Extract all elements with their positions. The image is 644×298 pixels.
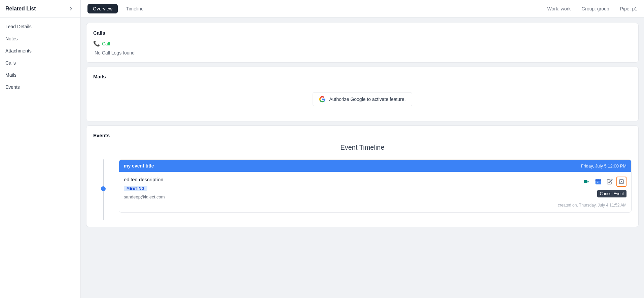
topbar-tabs: Overview Timeline bbox=[87, 4, 149, 13]
calls-section-title: Calls bbox=[93, 30, 632, 36]
sidebar-item-events[interactable]: Events bbox=[0, 81, 80, 93]
events-section: Events Event Timeline my event title Fri… bbox=[86, 125, 639, 227]
event-created-date: created on, Thursday, July 4 11:52 AM bbox=[124, 203, 627, 208]
edit-event-icon[interactable] bbox=[605, 177, 614, 186]
sidebar-item-lead-details[interactable]: Lead Details bbox=[0, 21, 80, 33]
meta-work: Work: work bbox=[547, 6, 571, 11]
call-action-button[interactable]: 📞 Call bbox=[93, 40, 632, 47]
cancel-event-wrapper: Cancel Event bbox=[616, 177, 627, 187]
google-calendar-icon[interactable]: 31 bbox=[594, 177, 603, 186]
google-icon bbox=[319, 96, 326, 103]
phone-icon: 📞 bbox=[93, 40, 100, 47]
svg-rect-1 bbox=[596, 179, 601, 181]
mails-section-title: Mails bbox=[93, 74, 632, 79]
authorize-google-label: Authorize Google to activate feature. bbox=[329, 97, 405, 102]
content-area: Calls 📞 Call No Call Logs found Mails Au… bbox=[81, 17, 644, 298]
sidebar-toggle-button[interactable] bbox=[67, 5, 75, 13]
svg-text:31: 31 bbox=[597, 181, 600, 184]
event-email: sandeep@iqlect.com bbox=[124, 194, 627, 199]
cancel-event-button[interactable] bbox=[616, 177, 627, 187]
meta-group: Group: group bbox=[581, 6, 609, 11]
sidebar-item-mails[interactable]: Mails bbox=[0, 69, 80, 81]
main-content: Overview Timeline Work: work Group: grou… bbox=[81, 0, 644, 298]
no-call-logs-text: No Call Logs found bbox=[93, 50, 632, 55]
event-title: my event title bbox=[124, 163, 154, 169]
sidebar-header: Related List bbox=[0, 0, 80, 18]
authorize-google-button[interactable]: Authorize Google to activate feature. bbox=[313, 92, 412, 106]
google-meet-icon[interactable] bbox=[582, 177, 592, 186]
sidebar: Related List Lead Details Notes Attachme… bbox=[0, 0, 81, 298]
event-card: my event title Friday, July 5 12:00 PM e… bbox=[119, 159, 632, 213]
mails-section: Mails Authorize Google to activate featu… bbox=[86, 67, 639, 121]
event-card-header: my event title Friday, July 5 12:00 PM bbox=[119, 160, 631, 172]
timeline-dot bbox=[101, 186, 106, 191]
svg-rect-2 bbox=[597, 179, 598, 180]
tab-overview[interactable]: Overview bbox=[87, 4, 118, 13]
sidebar-nav: Lead Details Notes Attachments Calls Mai… bbox=[0, 18, 80, 96]
tab-timeline[interactable]: Timeline bbox=[120, 4, 149, 13]
timeline-container: my event title Friday, July 5 12:00 PM e… bbox=[93, 159, 632, 220]
event-meeting-badge: MEETING bbox=[124, 186, 147, 191]
sidebar-title: Related List bbox=[5, 6, 36, 12]
events-section-title: Events bbox=[93, 133, 632, 138]
sidebar-item-attachments[interactable]: Attachments bbox=[0, 45, 80, 57]
calls-section: Calls 📞 Call No Call Logs found bbox=[86, 23, 639, 63]
event-description: edited description bbox=[124, 177, 627, 182]
cancel-event-tooltip: Cancel Event bbox=[597, 190, 627, 197]
meta-pipe: Pipe: p1 bbox=[620, 6, 637, 11]
event-card-body: edited description MEETING bbox=[119, 172, 631, 212]
svg-rect-3 bbox=[599, 179, 600, 180]
timeline-line-col bbox=[93, 159, 113, 220]
sidebar-item-calls[interactable]: Calls bbox=[0, 57, 80, 69]
event-actions: 31 bbox=[582, 177, 627, 187]
sidebar-item-notes[interactable]: Notes bbox=[0, 33, 80, 45]
event-date: Friday, July 5 12:00 PM bbox=[581, 163, 627, 169]
topbar: Overview Timeline Work: work Group: grou… bbox=[81, 0, 644, 17]
topbar-meta: Work: work Group: group Pipe: p1 bbox=[547, 6, 637, 11]
call-action-label: Call bbox=[102, 41, 110, 46]
event-timeline-title: Event Timeline bbox=[93, 144, 632, 151]
